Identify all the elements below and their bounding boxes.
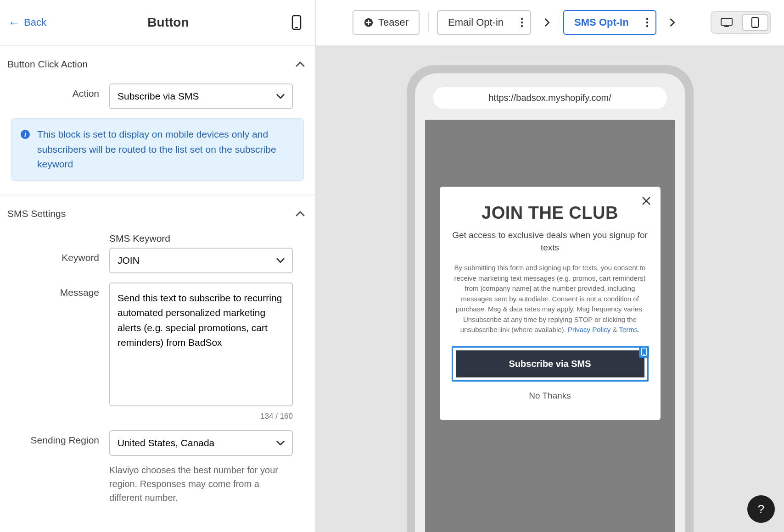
plus-circle-icon [364,17,374,28]
separator [428,12,429,33]
device-toggle [711,11,771,34]
phone-icon [641,348,647,356]
action-label: Action [7,83,109,99]
chevron-up-icon [295,59,306,70]
svg-rect-11 [754,26,756,27]
desktop-view-button[interactable] [713,14,740,31]
keyword-subhead: SMS Keyword [109,233,293,244]
popup-subtitle: Get access to exclusive deals when you s… [452,229,649,254]
keyword-select-value[interactable]: JOIN [109,248,293,273]
help-button[interactable]: ? [747,495,775,523]
back-label: Back [24,17,46,28]
step-next-arrow-2[interactable] [665,14,680,31]
topbar: Teaser Email Opt-in SMS Opt-In [316,0,784,46]
svg-rect-13 [643,354,645,355]
editor-sidebar: ← Back Button Button Click Action Action… [0,0,316,532]
svg-point-3 [521,18,523,20]
popup-legal: By submitting this form and signing up f… [452,263,649,335]
sidebar-title: Button [147,15,189,30]
section-title: Button Click Action [7,59,88,70]
step-next-arrow[interactable] [539,14,555,31]
message-label: Message [7,283,109,298]
email-optin-label[interactable]: Email Opt-in [438,11,514,34]
back-button[interactable]: ← Back [6,13,49,32]
action-select-value[interactable]: Subscribe via SMS [109,83,293,109]
svg-point-7 [646,22,648,23]
cta-selected-wrap[interactable]: Subscribe via SMS [452,346,649,382]
sidebar-header: ← Back Button [0,0,315,46]
phone-icon [291,15,302,30]
url-bar: https://badsox.myshopify.com/ [433,87,667,109]
section-sms-settings: SMS Settings Keyword SMS Keyword JOIN [0,195,315,527]
collapse-button[interactable] [293,206,308,221]
region-label: Sending Region [7,430,109,446]
dots-vertical-icon [645,17,649,28]
svg-point-6 [646,18,648,20]
sms-optin-menu[interactable] [639,17,655,28]
keyword-select[interactable]: JOIN [109,248,293,273]
svg-rect-9 [721,18,732,25]
mobile-badge [639,346,649,358]
region-select-value[interactable]: United States, Canada [109,430,293,456]
chevron-right-icon [667,16,678,29]
legal-text: By submitting this form and signing up f… [454,264,646,333]
email-optin-menu[interactable] [514,17,530,28]
popup-title: JOIN THE CLUB [452,203,649,223]
sms-optin-label[interactable]: SMS Opt-In [564,11,639,34]
desktop-icon [720,17,733,28]
info-text: This block is set to display on mobile d… [37,127,295,172]
close-icon [641,196,651,206]
privacy-link[interactable]: Privacy Policy [568,326,610,333]
chevron-right-icon [542,16,552,29]
site-area: JOIN THE CLUB Get access to exclusive de… [425,120,675,532]
mobile-icon-button[interactable] [287,13,306,32]
teaser-label: Teaser [378,17,409,28]
mobile-view-button[interactable] [742,14,768,31]
section-button-click-action: Button Click Action Action Subscribe via… [0,46,315,195]
email-optin-step: Email Opt-in [437,10,531,35]
svg-point-8 [646,25,648,27]
section-title: SMS Settings [7,208,66,219]
teaser-step[interactable]: Teaser [353,10,420,35]
flow-steps: Teaser Email Opt-in SMS Opt-In [353,10,680,35]
subscribe-sms-button[interactable]: Subscribe via SMS [456,350,644,377]
preview-pane: Teaser Email Opt-in SMS Opt-In [316,0,784,532]
info-icon: i [21,130,30,139]
dots-vertical-icon [520,17,524,28]
region-help: Klaviyo chooses the best number for your… [109,463,293,504]
terms-link[interactable]: Terms [619,326,638,333]
action-select[interactable]: Subscribe via SMS [109,83,293,109]
popup-close-button[interactable] [639,194,653,208]
signup-popup: JOIN THE CLUB Get access to exclusive de… [440,187,661,420]
char-count: 134 / 160 [109,412,293,421]
svg-rect-1 [295,27,298,28]
arrow-left-icon: ← [8,17,20,28]
preview-canvas: https://badsox.myshopify.com/ JOIN THE C… [316,46,784,532]
region-select[interactable]: United States, Canada [109,430,293,456]
no-thanks-link[interactable]: No Thanks [452,391,649,401]
svg-point-5 [521,25,523,27]
sms-optin-step: SMS Opt-In [563,10,656,35]
phone-icon [751,17,759,28]
phone-mockup: https://badsox.myshopify.com/ JOIN THE C… [407,65,694,532]
collapse-button[interactable] [293,57,308,72]
info-callout: i This block is set to display on mobile… [11,118,304,181]
keyword-label: Keyword [7,233,109,263]
chevron-up-icon [295,208,306,219]
message-textarea[interactable] [109,283,293,406]
svg-point-4 [521,22,523,23]
